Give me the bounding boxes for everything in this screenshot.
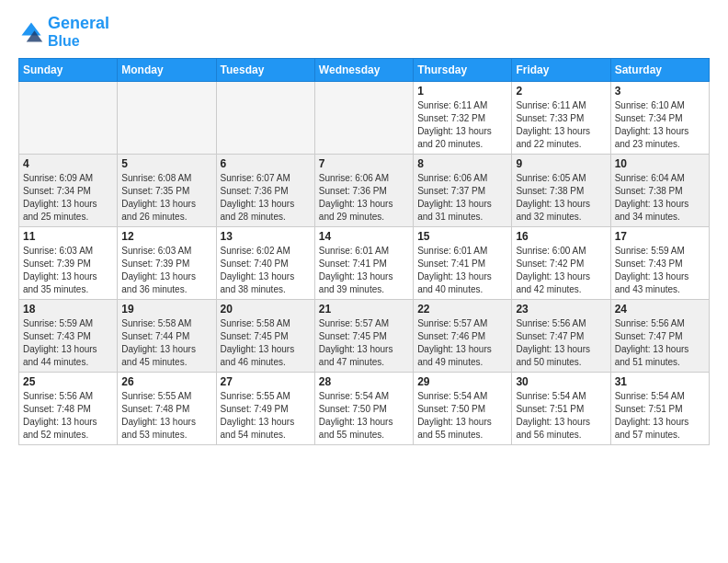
calendar-cell: 31Sunrise: 5:54 AM Sunset: 7:51 PM Dayli… [610, 373, 709, 445]
calendar-cell: 9Sunrise: 6:05 AM Sunset: 7:38 PM Daylig… [512, 155, 610, 227]
day-number: 18 [23, 303, 113, 316]
day-number: 3 [615, 85, 705, 98]
day-info: Sunrise: 6:03 AM Sunset: 7:39 PM Dayligh… [23, 245, 113, 296]
day-number: 28 [319, 375, 409, 388]
page: General Blue SundayMondayTuesdayWednesda… [0, 0, 728, 563]
calendar-cell: 23Sunrise: 5:56 AM Sunset: 7:47 PM Dayli… [512, 300, 610, 373]
day-number: 14 [319, 230, 409, 243]
day-number: 15 [417, 230, 507, 243]
day-number: 6 [221, 157, 311, 170]
logo-text: General Blue [48, 15, 109, 49]
day-number: 22 [417, 303, 507, 316]
calendar-cell: 28Sunrise: 5:54 AM Sunset: 7:50 PM Dayli… [314, 373, 413, 445]
calendar-cell: 24Sunrise: 5:56 AM Sunset: 7:47 PM Dayli… [610, 300, 709, 373]
day-info: Sunrise: 5:56 AM Sunset: 7:48 PM Dayligh… [23, 390, 113, 442]
weekday-header-saturday: Saturday [610, 59, 709, 82]
calendar-cell: 11Sunrise: 6:03 AM Sunset: 7:39 PM Dayli… [19, 227, 118, 300]
day-number: 10 [615, 157, 705, 170]
logo-icon [18, 19, 44, 45]
calendar-cell: 5Sunrise: 6:08 AM Sunset: 7:35 PM Daylig… [118, 155, 216, 227]
calendar-cell: 8Sunrise: 6:06 AM Sunset: 7:37 PM Daylig… [414, 155, 512, 227]
calendar-cell: 27Sunrise: 5:55 AM Sunset: 7:49 PM Dayli… [216, 373, 314, 445]
calendar-cell: 2Sunrise: 6:11 AM Sunset: 7:33 PM Daylig… [512, 82, 610, 155]
calendar-cell: 26Sunrise: 5:55 AM Sunset: 7:48 PM Dayli… [118, 373, 216, 445]
day-number: 8 [417, 157, 507, 170]
day-info: Sunrise: 6:07 AM Sunset: 7:36 PM Dayligh… [221, 172, 311, 224]
calendar-cell: 3Sunrise: 6:10 AM Sunset: 7:34 PM Daylig… [610, 82, 709, 155]
calendar-cell: 14Sunrise: 6:01 AM Sunset: 7:41 PM Dayli… [314, 227, 413, 300]
day-info: Sunrise: 5:57 AM Sunset: 7:45 PM Dayligh… [319, 317, 409, 369]
day-number: 21 [319, 303, 409, 316]
day-info: Sunrise: 5:54 AM Sunset: 7:50 PM Dayligh… [417, 390, 507, 442]
day-number: 1 [417, 85, 507, 98]
day-number: 11 [23, 230, 113, 243]
day-info: Sunrise: 6:01 AM Sunset: 7:41 PM Dayligh… [319, 245, 409, 296]
day-info: Sunrise: 6:03 AM Sunset: 7:39 PM Dayligh… [121, 245, 211, 296]
day-info: Sunrise: 6:06 AM Sunset: 7:37 PM Dayligh… [417, 172, 507, 224]
day-number: 17 [615, 230, 705, 243]
calendar-cell: 10Sunrise: 6:04 AM Sunset: 7:38 PM Dayli… [610, 155, 709, 227]
day-number: 23 [516, 303, 606, 316]
calendar-cell [118, 82, 216, 155]
day-info: Sunrise: 6:04 AM Sunset: 7:38 PM Dayligh… [615, 172, 705, 224]
day-number: 26 [121, 375, 211, 388]
calendar-cell: 6Sunrise: 6:07 AM Sunset: 7:36 PM Daylig… [216, 155, 314, 227]
day-number: 20 [221, 303, 311, 316]
header: General Blue [18, 15, 710, 49]
day-info: Sunrise: 6:08 AM Sunset: 7:35 PM Dayligh… [121, 172, 211, 224]
day-info: Sunrise: 6:09 AM Sunset: 7:34 PM Dayligh… [23, 172, 113, 224]
day-info: Sunrise: 5:58 AM Sunset: 7:45 PM Dayligh… [221, 317, 311, 369]
weekday-header-friday: Friday [512, 59, 610, 82]
day-number: 7 [319, 157, 409, 170]
day-info: Sunrise: 5:57 AM Sunset: 7:46 PM Dayligh… [417, 317, 507, 369]
day-info: Sunrise: 6:00 AM Sunset: 7:42 PM Dayligh… [516, 245, 606, 296]
calendar-week-row: 4Sunrise: 6:09 AM Sunset: 7:34 PM Daylig… [19, 155, 710, 227]
day-info: Sunrise: 5:54 AM Sunset: 7:50 PM Dayligh… [319, 390, 409, 442]
calendar-cell: 7Sunrise: 6:06 AM Sunset: 7:36 PM Daylig… [314, 155, 413, 227]
calendar-week-row: 25Sunrise: 5:56 AM Sunset: 7:48 PM Dayli… [19, 373, 710, 445]
calendar-cell: 29Sunrise: 5:54 AM Sunset: 7:50 PM Dayli… [414, 373, 512, 445]
day-number: 9 [516, 157, 606, 170]
day-number: 25 [23, 375, 113, 388]
weekday-header-thursday: Thursday [414, 59, 512, 82]
calendar-cell: 25Sunrise: 5:56 AM Sunset: 7:48 PM Dayli… [19, 373, 118, 445]
weekday-header-tuesday: Tuesday [216, 59, 314, 82]
day-info: Sunrise: 6:01 AM Sunset: 7:41 PM Dayligh… [417, 245, 507, 296]
calendar-cell [216, 82, 314, 155]
calendar-cell: 21Sunrise: 5:57 AM Sunset: 7:45 PM Dayli… [314, 300, 413, 373]
calendar-cell: 13Sunrise: 6:02 AM Sunset: 7:40 PM Dayli… [216, 227, 314, 300]
day-info: Sunrise: 5:56 AM Sunset: 7:47 PM Dayligh… [615, 317, 705, 369]
day-info: Sunrise: 5:55 AM Sunset: 7:48 PM Dayligh… [121, 390, 211, 442]
svg-marker-0 [22, 22, 41, 35]
day-info: Sunrise: 5:56 AM Sunset: 7:47 PM Dayligh… [516, 317, 606, 369]
calendar-cell [314, 82, 413, 155]
day-info: Sunrise: 5:59 AM Sunset: 7:43 PM Dayligh… [615, 245, 705, 296]
day-number: 13 [221, 230, 311, 243]
day-info: Sunrise: 6:05 AM Sunset: 7:38 PM Dayligh… [516, 172, 606, 224]
day-info: Sunrise: 6:11 AM Sunset: 7:32 PM Dayligh… [417, 99, 507, 151]
day-number: 31 [615, 375, 705, 388]
calendar-cell: 22Sunrise: 5:57 AM Sunset: 7:46 PM Dayli… [414, 300, 512, 373]
day-number: 4 [23, 157, 113, 170]
day-number: 2 [516, 85, 606, 98]
day-info: Sunrise: 5:58 AM Sunset: 7:44 PM Dayligh… [121, 317, 211, 369]
day-number: 27 [221, 375, 311, 388]
weekday-header-row: SundayMondayTuesdayWednesdayThursdayFrid… [19, 59, 710, 82]
calendar-cell: 18Sunrise: 5:59 AM Sunset: 7:43 PM Dayli… [19, 300, 118, 373]
day-info: Sunrise: 6:06 AM Sunset: 7:36 PM Dayligh… [319, 172, 409, 224]
day-number: 12 [121, 230, 211, 243]
day-info: Sunrise: 5:59 AM Sunset: 7:43 PM Dayligh… [23, 317, 113, 369]
day-number: 19 [121, 303, 211, 316]
calendar-cell: 1Sunrise: 6:11 AM Sunset: 7:32 PM Daylig… [414, 82, 512, 155]
day-info: Sunrise: 5:54 AM Sunset: 7:51 PM Dayligh… [516, 390, 606, 442]
day-number: 16 [516, 230, 606, 243]
calendar-cell: 4Sunrise: 6:09 AM Sunset: 7:34 PM Daylig… [19, 155, 118, 227]
calendar-week-row: 11Sunrise: 6:03 AM Sunset: 7:39 PM Dayli… [19, 227, 710, 300]
day-info: Sunrise: 6:11 AM Sunset: 7:33 PM Dayligh… [516, 99, 606, 151]
calendar-cell: 12Sunrise: 6:03 AM Sunset: 7:39 PM Dayli… [118, 227, 216, 300]
day-number: 29 [417, 375, 507, 388]
calendar-table: SundayMondayTuesdayWednesdayThursdayFrid… [18, 58, 710, 445]
calendar-cell: 17Sunrise: 5:59 AM Sunset: 7:43 PM Dayli… [610, 227, 709, 300]
day-number: 5 [121, 157, 211, 170]
calendar-cell: 20Sunrise: 5:58 AM Sunset: 7:45 PM Dayli… [216, 300, 314, 373]
